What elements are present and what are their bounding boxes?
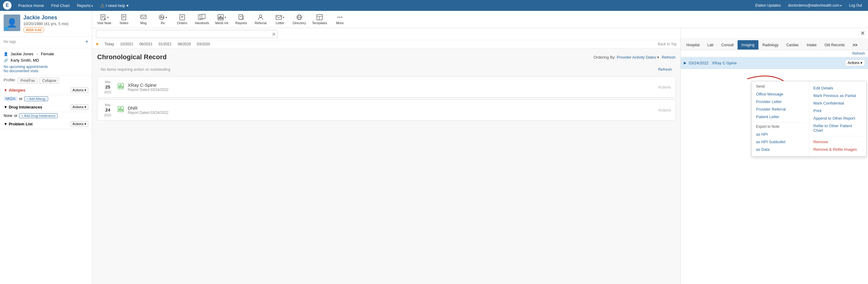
print-fax-btn[interactable]: Print/Fax xyxy=(18,78,37,84)
timeline-date-3[interactable]: 08/2020 xyxy=(178,42,191,46)
timeline-date-4[interactable]: 03/2020 xyxy=(197,42,210,46)
imaging-expand-icon[interactable]: ▶ xyxy=(684,61,686,65)
meds-hx-label: Meds Hx xyxy=(215,21,228,25)
send-label: Send: xyxy=(756,84,805,88)
as-hpi-item[interactable]: as HPI xyxy=(756,131,805,138)
tab-consult[interactable]: Consult xyxy=(717,40,738,49)
timeline-date-2[interactable]: 01/2021 xyxy=(159,42,172,46)
letter-icon: ▾ xyxy=(275,14,284,21)
refile-other-item[interactable]: Refile to Other Patient Chart xyxy=(813,122,862,134)
record-actions-0[interactable]: Actions xyxy=(658,85,671,90)
more-icon xyxy=(337,14,343,21)
visit-note-btn[interactable]: ▾ Visit Note xyxy=(95,13,114,26)
dropdown-right: Edit Details Mark Previous as Partial Ma… xyxy=(809,81,867,156)
no-appointments[interactable]: No upcoming appointments xyxy=(4,65,88,69)
templates-btn[interactable]: Templates xyxy=(310,13,330,26)
print-item[interactable]: Print xyxy=(813,107,862,114)
tags-section: No tags + xyxy=(0,37,92,48)
mark-confidential-item[interactable]: Mark Confidential xyxy=(813,99,862,107)
tab-imaging[interactable]: Imaging xyxy=(738,40,758,49)
no-action-refresh[interactable]: Refresh xyxy=(658,67,672,72)
tab-more[interactable]: >> xyxy=(849,40,861,50)
visit-note-icon: ▾ xyxy=(100,14,108,21)
provider-referral-item[interactable]: Provider Referral xyxy=(756,105,805,113)
visit-note-arrow: ▾ xyxy=(107,16,108,19)
edit-details-item[interactable]: Edit Details xyxy=(813,84,862,92)
more-btn[interactable]: More xyxy=(331,13,349,26)
search-clear-btn[interactable]: ✕ xyxy=(272,31,276,37)
di-actions-btn[interactable]: Actions ▾ xyxy=(70,104,88,110)
panel-refresh[interactable]: Refresh xyxy=(681,50,868,57)
pl-label: Problem List xyxy=(9,122,33,126)
patient-letter-item[interactable]: Patient Letter xyxy=(756,113,805,120)
remove-refile-item[interactable]: Remove & Refile Images xyxy=(813,146,862,153)
ordering-link[interactable]: Provider Activity Dates xyxy=(617,55,656,60)
record-refresh-link[interactable]: Refresh xyxy=(661,55,676,60)
pl-actions-btn[interactable]: Actions ▾ xyxy=(70,121,88,127)
logout[interactable]: Log Out xyxy=(846,2,865,9)
reports-nav[interactable]: Reports xyxy=(74,2,96,9)
panel-close-btn[interactable]: ✕ xyxy=(861,30,865,37)
office-message-item[interactable]: Office Message xyxy=(756,90,805,98)
tab-cardiac[interactable]: Cardiac xyxy=(782,40,803,49)
collapse-btn[interactable]: Collapse xyxy=(39,78,59,84)
provider-name: Jackie Jones xyxy=(10,52,33,56)
dropdown-left: Send: Office Message Provider Letter Pro… xyxy=(752,81,809,156)
find-chart[interactable]: Find Chart xyxy=(48,2,73,9)
append-other-item[interactable]: Append to Other Report xyxy=(813,114,862,122)
tab-intake[interactable]: Intake xyxy=(803,40,821,49)
tab-lab[interactable]: Lab xyxy=(703,40,717,49)
svg-rect-9 xyxy=(141,15,146,19)
patient-avatar: 👤 🌐 xyxy=(4,14,20,31)
directory-btn[interactable]: Directory xyxy=(290,13,308,26)
record-actions-1[interactable]: Actions xyxy=(658,108,671,112)
back-to-top[interactable]: Back to Top xyxy=(658,42,677,46)
referral-btn[interactable]: Referral xyxy=(251,13,270,26)
add-tag-btn[interactable]: + xyxy=(85,39,88,44)
mark-previous-item[interactable]: Mark Previous as Partial xyxy=(813,92,862,99)
no-tags-label: No tags xyxy=(4,40,16,44)
directory-label: Directory xyxy=(293,21,306,25)
as-data-item[interactable]: as Data xyxy=(756,146,805,153)
add-di-btn[interactable]: + Add Drug Intolerance xyxy=(19,113,58,118)
reports-btn[interactable]: Reports xyxy=(232,13,250,26)
no-visits[interactable]: No documented visits xyxy=(4,69,88,73)
practice-home[interactable]: Practice Home xyxy=(15,2,47,9)
meds-hx-btn[interactable]: ▾ Meds Hx xyxy=(213,13,231,26)
notes-btn[interactable]: Notes xyxy=(115,13,133,26)
as-hpi-subbullet-item[interactable]: as HPI Subbullet xyxy=(756,138,805,146)
ordering-arrow: ▾ xyxy=(657,55,659,60)
svg-rect-40 xyxy=(119,85,120,87)
timeline-today[interactable]: Today xyxy=(104,42,114,46)
svg-rect-32 xyxy=(317,14,322,20)
right-items: Elation Updates doctordemo@elationhealth… xyxy=(752,2,865,9)
msg-btn[interactable]: Msg xyxy=(134,13,153,26)
di-triangle-icon: ▼ xyxy=(4,105,7,109)
svg-rect-21 xyxy=(219,16,220,19)
tab-hospital[interactable]: Hospital xyxy=(682,40,703,49)
record-date-1: Mar 24 2022 xyxy=(102,103,114,117)
record-info-0: XRay C-Spine Report Dated 03/24/2022 xyxy=(128,82,654,92)
provider-letter-item[interactable]: Provider Letter xyxy=(756,98,805,105)
svg-point-37 xyxy=(341,16,342,18)
tab-old-records[interactable]: Old Records xyxy=(820,40,849,49)
timeline-date-1[interactable]: 06/2021 xyxy=(139,42,152,46)
elation-updates[interactable]: Elation Updates xyxy=(752,2,784,9)
user-email[interactable]: doctordemo@elationhealth.com xyxy=(785,2,845,9)
search-input[interactable] xyxy=(96,30,278,38)
imaging-actions-arrow: ▾ xyxy=(861,61,862,65)
patient-name[interactable]: Jackie Jones xyxy=(23,14,88,21)
timeline-date-0[interactable]: 10/2021 xyxy=(120,42,133,46)
rx-btn[interactable]: Rx ▾ Rx xyxy=(154,13,172,26)
orders-btn[interactable]: Orders xyxy=(173,13,191,26)
help-btn[interactable]: ⚠ I need help ▾ xyxy=(97,1,131,10)
tab-radiology[interactable]: Radiology xyxy=(758,40,782,49)
remove-item[interactable]: Remove xyxy=(813,138,862,146)
handouts-btn[interactable]: Handouts xyxy=(192,13,212,26)
imaging-actions-btn[interactable]: Actions ▾ xyxy=(845,60,865,66)
add-allergy-btn[interactable]: + Add Allergy xyxy=(24,96,48,101)
allergies-actions-btn[interactable]: Actions ▾ xyxy=(70,87,88,93)
letter-btn[interactable]: ▾ Letter xyxy=(271,13,289,26)
profile-label: Profile: xyxy=(4,78,16,84)
pl-triangle-icon: ▼ xyxy=(4,122,7,126)
